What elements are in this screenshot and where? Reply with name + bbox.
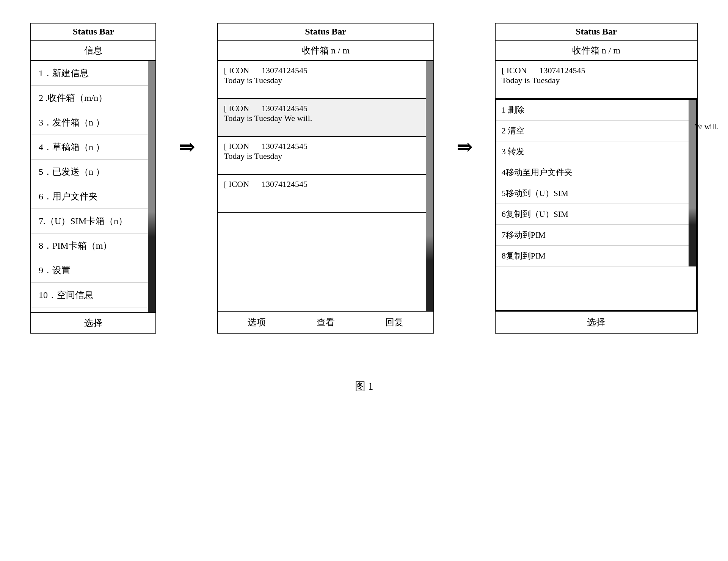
- menu-item-8[interactable]: 8．PIM卡箱（m）: [31, 233, 155, 258]
- panel2-inbox-header: 收件箱 n / m: [218, 41, 433, 61]
- menu-item-1[interactable]: 1．新建信息: [31, 61, 155, 86]
- panel1-scrollbar[interactable]: [148, 61, 155, 312]
- menu-item-2[interactable]: 2 .收件箱（m/n）: [31, 86, 155, 110]
- menu-item-10[interactable]: 10．空间信息: [31, 283, 155, 307]
- context-menu-item-8[interactable]: 8复制到PIM: [496, 246, 689, 266]
- panel3-preview-line1: [ ICON 13074124545: [502, 66, 691, 75]
- panel3-bottom-bar[interactable]: 选择: [496, 311, 697, 333]
- panel2-action-reply[interactable]: 回复: [385, 316, 403, 328]
- menu-item-5[interactable]: 5．已发送（n ）: [31, 160, 155, 184]
- panel1-section-title: 信息: [31, 41, 155, 61]
- figure-caption: 图 1: [0, 371, 728, 393]
- arrow2-container: ⇒: [457, 23, 472, 158]
- panel2-status-bar: Status Bar: [218, 24, 433, 41]
- panel3-context-menu: 1 删除 2 清空 3 转发 4移动至用户文件夹 5移动到（U）SIM 6复制到…: [496, 99, 697, 311]
- panel1-bottom-bar[interactable]: 选择: [31, 312, 155, 333]
- panel3-status-bar: Status Bar: [496, 24, 697, 41]
- menu-item-9[interactable]: 9．设置: [31, 258, 155, 283]
- panel2-msg3-line1: [ ICON 13074124545: [224, 141, 420, 151]
- panel2-msg3-line2: Today is Tuesday: [224, 151, 420, 161]
- panel1-status-bar: Status Bar: [31, 24, 155, 41]
- panel3-phone: Status Bar 收件箱 n / m [ ICON 13074124545 …: [495, 23, 698, 334]
- arrow1-container: ⇒: [179, 23, 194, 158]
- panel2-msg4-line1: [ ICON 13074124545: [224, 179, 420, 189]
- panel2-msg2-line2: Today is Tuesday We will.: [224, 113, 420, 123]
- context-menu-item-4[interactable]: 4移动至用户文件夹: [496, 162, 689, 183]
- panel2-msg1-line2: Today is Tuesday: [224, 75, 420, 85]
- panel2-bottom-bar: 选项 查看 回复: [218, 311, 433, 333]
- panel2-action-view[interactable]: 查看: [317, 316, 335, 328]
- panel3-context-menu-list: 1 删除 2 清空 3 转发 4移动至用户文件夹 5移动到（U）SIM 6复制到…: [496, 100, 689, 266]
- context-menu-item-1[interactable]: 1 删除: [496, 100, 689, 121]
- panel2-action-options[interactable]: 选项: [248, 316, 266, 328]
- panel2-message-4-content: [ ICON 13074124545: [224, 179, 420, 189]
- panel3-inbox-header: 收件箱 n / m: [496, 41, 697, 61]
- panel2-message-3-content: [ ICON 13074124545 Today is Tuesday: [224, 141, 420, 161]
- panel1-phone: Status Bar 信息 1．新建信息 2 .收件箱（m/n） 3．发件箱（n…: [30, 23, 156, 334]
- panel3-overflow-text: Ve will.: [695, 122, 718, 131]
- panel2-phone: Status Bar 收件箱 n / m [ ICON 13074124545 …: [217, 23, 434, 334]
- menu-item-7[interactable]: 7.（U）SIM卡箱（n）: [31, 209, 155, 233]
- panel2-message-1-content: [ ICON 13074124545 Today is Tuesday: [224, 66, 420, 85]
- panel1-menu-list: 1．新建信息 2 .收件箱（m/n） 3．发件箱（n ） 4．草稿箱（n ） 5…: [31, 61, 155, 307]
- menu-item-6[interactable]: 6．用户文件夹: [31, 184, 155, 209]
- panel2-message-3[interactable]: [ ICON 13074124545 Today is Tuesday: [218, 137, 426, 175]
- panel2-scrollbar[interactable]: [426, 61, 433, 311]
- menu-item-4[interactable]: 4．草稿箱（n ）: [31, 135, 155, 160]
- context-menu-item-5[interactable]: 5移动到（U）SIM: [496, 183, 689, 204]
- arrow2-icon: ⇒: [457, 136, 472, 158]
- panel2-message-2[interactable]: [ ICON 13074124545 Today is Tuesday We w…: [218, 99, 426, 137]
- panel3-preview-line2: Today is Tuesday: [502, 75, 691, 85]
- context-menu-item-2[interactable]: 2 清空: [496, 121, 689, 141]
- panel3-message-preview: [ ICON 13074124545 Today is Tuesday: [496, 61, 697, 99]
- context-menu-item-7[interactable]: 7移动到PIM: [496, 225, 689, 246]
- panel2-message-2-content: [ ICON 13074124545 Today is Tuesday We w…: [224, 103, 420, 123]
- panel2-msg1-line1: [ ICON 13074124545: [224, 66, 420, 75]
- arrow1-icon: ⇒: [179, 136, 194, 158]
- menu-item-3[interactable]: 3．发件箱（n ）: [31, 110, 155, 135]
- context-menu-item-3[interactable]: 3 转发: [496, 141, 689, 162]
- panel2-msg2-line1: [ ICON 13074124545: [224, 103, 420, 113]
- panel2-message-1[interactable]: [ ICON 13074124545 Today is Tuesday: [218, 61, 426, 99]
- panel2-message-4[interactable]: [ ICON 13074124545: [218, 175, 426, 213]
- context-menu-item-6[interactable]: 6复制到（U）SIM: [496, 204, 689, 225]
